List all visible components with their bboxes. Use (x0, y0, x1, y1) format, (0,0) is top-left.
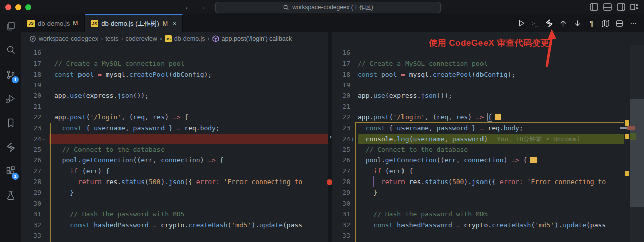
code-text (358, 47, 624, 58)
code-line[interactable]: 27 if (err) { (332, 166, 624, 176)
run-file-icon[interactable] (516, 18, 526, 29)
breadcrumb-item-symbol[interactable]: app.post('/login') callback (222, 35, 292, 42)
code-line[interactable]: 33 (332, 230, 624, 241)
sidebar-item-run-debug[interactable] (0, 87, 21, 111)
code-text: // Hash the password with MD5 (49, 209, 328, 219)
diff-sign (41, 176, 49, 187)
line-number: 17 (21, 58, 41, 69)
sidebar-item-source-control[interactable]: 1 (0, 63, 21, 87)
code-line[interactable]: 17// Create a MySQL connection pool (21, 58, 328, 69)
tab-db-demo-working-tree[interactable]: JS db-demo.js (工作树) M × (85, 14, 183, 32)
code-text: const { username, password } = req.body; (49, 123, 328, 133)
breadcrumb-item-file[interactable]: db-demo.js (174, 35, 205, 42)
code-line[interactable]: 26 pool.getConnection((err, connection) … (332, 155, 624, 165)
code-text: console.log(username, password)You, 18分钟… (358, 134, 624, 144)
code-line[interactable]: 24− (21, 134, 328, 144)
revert-change-arrow-icon[interactable]: → (325, 131, 333, 140)
code-line[interactable]: 21 (21, 101, 328, 112)
code-line[interactable]: 26 pool.getConnection((err, connection) … (21, 155, 328, 165)
breadcrumb-item-tests[interactable]: tests (105, 35, 118, 42)
code-line[interactable]: 22app.post('/login', (req, res) => { (21, 112, 328, 123)
map-icon[interactable] (600, 18, 611, 29)
annotation-text: 使用 CodeGeeX 审查代码变更 (429, 37, 549, 49)
terminal-icon[interactable]: >_ (530, 18, 540, 29)
code-line[interactable]: 30 (332, 198, 624, 209)
code-line[interactable]: 31 // Hash the password with MD5 (332, 209, 624, 219)
sidebar-item-bookmarks[interactable] (0, 111, 21, 135)
code-line[interactable]: 16 (21, 47, 328, 58)
line-number: 19 (21, 80, 41, 90)
changed-region-border (355, 122, 356, 242)
diff-sign (350, 166, 358, 176)
code-line[interactable]: 16 (332, 47, 624, 58)
code-line[interactable]: 31 // Hash the password with MD5 (21, 209, 328, 219)
code-line[interactable]: 27 if (err) { (21, 166, 328, 176)
code-line[interactable]: 29 } (21, 187, 328, 198)
sidebar-item-codegeex[interactable] (0, 135, 21, 159)
code-line[interactable]: 22app.post('/login', (req, res) => { (332, 112, 624, 123)
whitespace-icon[interactable]: ¶ (586, 18, 597, 29)
code-line[interactable]: 25 // Connect to the database (21, 144, 328, 155)
code-line[interactable]: 28 return res.status(500).json({ error: … (332, 176, 624, 187)
code-line[interactable]: 19 (332, 80, 624, 90)
code-text: pool.getConnection((err, connection) => … (49, 155, 328, 165)
diff-sign (41, 123, 49, 133)
back-icon[interactable]: ← (183, 2, 193, 11)
code-line[interactable]: 30 (21, 198, 328, 209)
forward-icon[interactable]: → (197, 2, 207, 11)
diff-pane-modified[interactable]: 1617// Create a MySQL connection pool18c… (332, 45, 624, 242)
code-line[interactable]: 23 const { username, password } = req.bo… (21, 123, 328, 133)
code-line[interactable]: 17// Create a MySQL connection pool (332, 58, 624, 69)
code-line[interactable]: 28 return res.status(500).json({ error: … (21, 176, 328, 187)
toggle-panel-icon[interactable] (603, 3, 612, 11)
code-line[interactable]: 20app.use(express.json()); (21, 90, 328, 101)
mac-close-button[interactable] (5, 4, 11, 10)
code-line[interactable]: 19 (21, 80, 328, 90)
change-marker (625, 134, 629, 139)
breadcrumb-item-workspace[interactable]: workspace-codegeex (39, 35, 98, 42)
sidebar-item-search[interactable] (0, 38, 21, 63)
previous-change-icon[interactable] (558, 18, 569, 29)
diff-sign (350, 230, 358, 241)
toggle-sidebar-icon[interactable] (590, 3, 599, 11)
diff-sign (41, 155, 49, 165)
code-line[interactable]: 18const pool = mysql.createPool(dbConfig… (332, 69, 624, 80)
line-number: 24 (21, 134, 41, 144)
close-tab-icon[interactable]: × (173, 20, 177, 27)
deleted-line-marker (627, 126, 635, 130)
diff-sign (350, 187, 358, 198)
mac-zoom-button[interactable] (25, 4, 31, 10)
code-line[interactable]: 32 const hashedPassword = crypto.createH… (21, 220, 328, 230)
code-line[interactable]: 29 } (332, 187, 624, 198)
code-line[interactable]: 18const pool = mysql.createPool(dbConfig… (21, 69, 328, 80)
diff-pane-original[interactable]: 1617// Create a MySQL connection pool18c… (21, 45, 328, 242)
code-line[interactable]: 23 const { username, password } = req.bo… (332, 123, 624, 133)
toggle-secondary-sidebar-icon[interactable] (617, 3, 626, 11)
code-line[interactable]: 33 (21, 230, 328, 241)
sidebar-item-extensions[interactable]: 1 (0, 159, 21, 184)
command-center[interactable]: workspace-codegeex (工作区) (215, 2, 441, 13)
more-actions-icon[interactable]: ⋯ (628, 18, 639, 29)
line-number: 25 (332, 144, 350, 155)
code-line[interactable]: 20app.use(express.json()); (332, 90, 624, 101)
tab-db-demo[interactable]: JS db-demo.js M (21, 14, 85, 32)
sidebar-item-explorer[interactable] (0, 14, 21, 38)
code-line[interactable]: 21 (332, 101, 624, 112)
line-number: 24 (332, 134, 350, 144)
inline-change-marker (495, 114, 501, 120)
sidebar-item-testing[interactable] (0, 184, 21, 208)
code-line[interactable]: 25 // Connect to the database (332, 144, 624, 155)
breadcrumb-item-codereview[interactable]: codereview (126, 35, 157, 42)
code-line[interactable]: 24+ console.log(username, password)You, … (332, 134, 624, 144)
minimap-slider[interactable] (630, 99, 644, 207)
code-line[interactable]: 32 const hashedPassword = crypto.createH… (332, 220, 624, 230)
split-editor-icon[interactable] (614, 18, 625, 29)
diff-sign (350, 69, 358, 80)
next-change-icon[interactable] (572, 18, 583, 29)
customize-layout-icon[interactable] (630, 3, 639, 11)
diff-sign (41, 198, 49, 209)
diff-sign (41, 230, 49, 241)
annotation-arrow-icon (543, 28, 557, 69)
mac-minimize-button[interactable] (15, 4, 21, 10)
codegeex-review-icon[interactable] (544, 18, 554, 29)
